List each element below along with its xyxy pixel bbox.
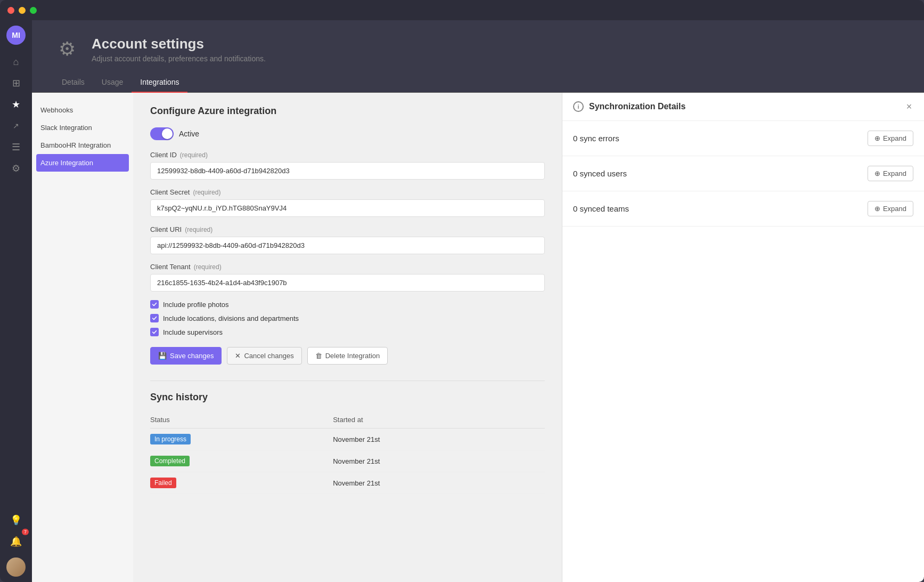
save-changes-button[interactable]: 💾 Save changes — [150, 347, 222, 365]
synced-teams-label: 0 synced teams — [573, 204, 629, 213]
app-body: MI ⌂ ⊞ ★ ↗ ☰ ⚙ 💡 🔔 7 ⚙ Account settings — [0, 20, 924, 582]
status-badge-failed: Failed — [150, 478, 176, 488]
grid-icon[interactable]: ⊞ — [6, 74, 26, 93]
client-secret-label: Client Secret (required) — [150, 188, 545, 196]
tab-details[interactable]: Details — [53, 72, 93, 93]
title-bar — [0, 0, 924, 20]
form-section-title: Configure Azure integration — [150, 106, 545, 117]
side-nav-azure[interactable]: Azure Integration — [36, 154, 129, 172]
sync-status-failed: Failed — [150, 472, 333, 494]
settings-icon[interactable]: ⚙ — [6, 159, 26, 178]
sync-errors-row: 0 sync errors ⊕ Expand — [562, 121, 924, 156]
maximize-window-button[interactable] — [30, 7, 37, 14]
delete-icon: 🗑 — [315, 352, 322, 360]
client-secret-group: Client Secret (required) — [150, 188, 545, 217]
client-id-label: Client ID (required) — [150, 151, 545, 159]
sync-details-panel: i Synchronization Details × 0 sync error… — [562, 93, 924, 582]
side-nav-webhooks[interactable]: Webhooks — [32, 101, 133, 119]
minimize-window-button[interactable] — [19, 7, 26, 14]
table-row: Completed November 21st — [150, 450, 545, 472]
side-nav-bamboohr[interactable]: BambooHR Integration — [32, 136, 133, 154]
close-window-button[interactable] — [7, 7, 14, 14]
client-tenant-input[interactable] — [150, 274, 545, 292]
section-divider — [150, 381, 545, 381]
header-text: Account settings Adjust account details,… — [92, 36, 266, 63]
sync-panel-title: Synchronization Details — [589, 102, 685, 111]
client-uri-label: Client URI (required) — [150, 225, 545, 233]
checkboxes-group: Include profile photos Include locations… — [150, 300, 545, 336]
sync-panel-header: i Synchronization Details × — [562, 93, 924, 121]
synced-users-row: 0 synced users ⊕ Expand — [562, 156, 924, 191]
status-column-header: Status — [150, 411, 333, 429]
page-title: Account settings — [92, 36, 266, 52]
analytics-icon[interactable]: ↗ — [6, 116, 26, 135]
page-header: ⚙ Account settings Adjust account detail… — [32, 20, 924, 63]
content-area: Webhooks Slack Integration BambooHR Inte… — [32, 93, 924, 582]
synced-users-expand-button[interactable]: ⊕ Expand — [868, 166, 913, 181]
delete-integration-button[interactable]: 🗑 Delete Integration — [307, 347, 388, 365]
expand-errors-icon: ⊕ — [874, 134, 880, 142]
active-toggle[interactable] — [150, 127, 174, 140]
side-nav: Webhooks Slack Integration BambooHR Inte… — [32, 93, 133, 582]
table-icon[interactable]: ☰ — [6, 138, 26, 157]
sidebar-icons: MI ⌂ ⊞ ★ ↗ ☰ ⚙ 💡 🔔 7 — [0, 20, 32, 582]
synced-teams-expand-button[interactable]: ⊕ Expand — [868, 201, 913, 216]
client-secret-required: (required) — [193, 189, 220, 196]
tabs: Details Usage Integrations — [32, 72, 924, 93]
table-row: In progress November 21st — [150, 429, 545, 450]
app-window: MI ⌂ ⊞ ★ ↗ ☰ ⚙ 💡 🔔 7 ⚙ Account settings — [0, 0, 924, 582]
client-id-group: Client ID (required) — [150, 151, 545, 180]
checkbox-profile-photos-label: Include profile photos — [163, 301, 229, 309]
status-badge-inprogress: In progress — [150, 434, 191, 444]
client-uri-required: (required) — [185, 226, 212, 233]
sync-panel-close-button[interactable]: × — [903, 100, 915, 113]
checkbox-supervisors-box[interactable] — [150, 328, 159, 336]
page-subtitle: Adjust account details, preferences and … — [92, 54, 266, 63]
sync-errors-expand-button[interactable]: ⊕ Expand — [868, 131, 913, 146]
checkbox-locations-box[interactable] — [150, 314, 159, 322]
checkbox-supervisors-label: Include supervisors — [163, 328, 223, 336]
checkbox-profile-photos: Include profile photos — [150, 300, 545, 309]
client-tenant-label: Client Tenant (required) — [150, 263, 545, 271]
info-icon: i — [573, 101, 584, 112]
status-badge-completed: Completed — [150, 456, 190, 466]
toggle-knob — [162, 128, 173, 139]
client-tenant-required: (required) — [194, 263, 222, 271]
sync-status-completed: Completed — [150, 450, 333, 472]
user-avatar-top[interactable]: MI — [6, 26, 26, 45]
user-avatar-bottom[interactable] — [6, 557, 26, 577]
sync-history-table: Status Started at In progress November 2… — [150, 411, 545, 494]
active-toggle-row: Active — [150, 127, 545, 140]
client-id-required: (required) — [180, 151, 208, 159]
form-area: Configure Azure integration Active Clien… — [133, 93, 562, 582]
side-nav-slack[interactable]: Slack Integration — [32, 119, 133, 136]
sync-started-failed: November 21st — [333, 472, 545, 494]
sync-history-title: Sync history — [150, 392, 545, 403]
synced-teams-row: 0 synced teams ⊕ Expand — [562, 191, 924, 227]
action-buttons: 💾 Save changes ✕ Cancel changes 🗑 Delete… — [150, 347, 545, 365]
cancel-icon: ✕ — [235, 352, 241, 360]
notification-badge: 7 — [22, 529, 29, 535]
client-secret-input[interactable] — [150, 199, 545, 217]
expand-users-icon: ⊕ — [874, 169, 880, 177]
save-icon: 💾 — [158, 352, 167, 360]
sync-started-inprogress: November 21st — [333, 429, 545, 450]
checkbox-profile-photos-box[interactable] — [150, 300, 159, 309]
client-uri-input[interactable] — [150, 237, 545, 254]
tab-usage[interactable]: Usage — [93, 72, 132, 93]
tab-integrations[interactable]: Integrations — [132, 72, 187, 93]
sync-status-inprogress: In progress — [150, 429, 333, 450]
home-icon[interactable]: ⌂ — [6, 52, 26, 71]
synced-users-label: 0 synced users — [573, 169, 627, 178]
bell-icon[interactable]: 🔔 7 — [6, 532, 26, 551]
active-label: Active — [179, 130, 199, 138]
client-id-input[interactable] — [150, 162, 545, 180]
star-icon[interactable]: ★ — [6, 95, 26, 114]
started-at-column-header: Started at — [333, 411, 545, 429]
cancel-changes-button[interactable]: ✕ Cancel changes — [227, 347, 301, 365]
sync-errors-label: 0 sync errors — [573, 134, 619, 143]
sync-started-completed: November 21st — [333, 450, 545, 472]
checkbox-supervisors: Include supervisors — [150, 328, 545, 336]
lightbulb-icon[interactable]: 💡 — [6, 511, 26, 530]
expand-teams-icon: ⊕ — [874, 205, 880, 213]
